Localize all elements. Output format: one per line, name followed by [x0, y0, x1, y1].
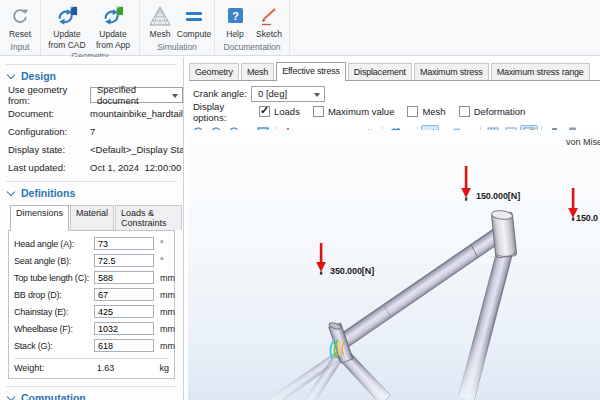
ribbon-group-label-simulation: Simulation [143, 41, 211, 55]
tab-displacement[interactable]: Displacement [348, 63, 412, 80]
document-value: mountainbike_hardtail.SLDPRT [90, 108, 184, 119]
compute-button[interactable]: Compute [177, 3, 211, 40]
section-divider [6, 386, 177, 387]
head-angle-label: Head angle (A): [14, 239, 94, 249]
last-updated-value: Oct 1, 2024 12:00:00 AM [90, 162, 184, 173]
bb-drop-label: BB drop (D): [14, 290, 94, 300]
chevron-down-icon [7, 392, 15, 400]
load-arrow-1 [461, 166, 471, 201]
head-angle-field[interactable] [94, 237, 154, 250]
mesh-checkbox[interactable] [407, 106, 418, 117]
update-from-cad-icon [55, 4, 79, 28]
update-from-cad-label: Update from CAD [44, 29, 90, 50]
display-state-label: Display state: [8, 144, 90, 155]
ribbon-group-documentation: ? Help Sketch Documentation [215, 0, 290, 55]
document-label: Document: [8, 108, 90, 119]
graphics-canvas[interactable]: von Mise 150.000[N] 150.0 350.000[N] [188, 130, 600, 400]
loads-checkbox[interactable] [259, 106, 270, 117]
maximum-value-checkbox-label: Maximum value [328, 106, 395, 117]
maximum-value-checkbox[interactable] [313, 106, 324, 117]
tab-maximum-stress-range[interactable]: Maximum stress range [491, 63, 590, 80]
loads-checkbox-label: Loads [274, 106, 300, 117]
mesh-checkbox-label: Mesh [422, 106, 445, 117]
top-tube-length-label: Top tube length (C): [14, 273, 94, 283]
display-state-value: <Default>_Display State [90, 144, 184, 155]
configuration-label: Configuration: [8, 126, 90, 137]
svg-text:?: ? [232, 10, 239, 22]
help-label: Help [226, 29, 243, 40]
mesh-button[interactable]: Mesh [143, 3, 177, 40]
results-viewer: Geometry Mesh Effective stress Displacem… [185, 57, 600, 400]
mesh-icon [148, 4, 172, 28]
seat-angle-unit: ° [160, 256, 164, 266]
weight-unit: kg [159, 363, 169, 373]
reset-icon [9, 4, 31, 28]
deformation-checkbox-label: Deformation [474, 106, 526, 117]
bike-frame-render [188, 130, 600, 400]
deformation-checkbox[interactable] [459, 106, 470, 117]
ribbon-group-label-documentation: Documentation [218, 41, 286, 55]
chevron-down-icon [7, 187, 15, 195]
tab-maximum-stress[interactable]: Maximum stress [414, 63, 489, 80]
weight-label: Weight: [14, 363, 94, 373]
wheelbase-unit: mm [160, 324, 175, 334]
use-geometry-from-label: Use geometry from: [8, 84, 90, 106]
sketch-label: Sketch [256, 29, 282, 40]
settings-sidebar: Design Use geometry from: Specified docu… [0, 57, 184, 400]
bb-drop-unit: mm [160, 290, 175, 300]
chevron-down-icon [7, 70, 15, 78]
plot-title-text: von Mise [566, 137, 600, 147]
tab-dimensions[interactable]: Dimensions [10, 205, 69, 231]
crank-angle-select[interactable]: 0 [deg] [251, 86, 325, 102]
compute-label: Compute [177, 29, 212, 40]
wheelbase-label: Wheelbase (F): [14, 324, 94, 334]
weight-value: 1.63 [94, 363, 154, 373]
update-from-app-icon [101, 4, 125, 28]
wheelbase-field[interactable] [94, 322, 154, 335]
load-arrow-3 [316, 243, 326, 275]
configuration-value: 7 [90, 126, 95, 137]
head-tube [491, 210, 517, 258]
update-from-cad-button[interactable]: Update from CAD [44, 3, 90, 50]
ribbon-toolbar: Reset Input Update from CAD [0, 0, 600, 56]
compute-icon [182, 4, 206, 28]
section-divider [6, 64, 177, 65]
update-from-app-button[interactable]: Update from App [90, 3, 136, 50]
definitions-section-header[interactable]: Definitions [8, 187, 183, 199]
top-tube-length-unit: mm [160, 273, 175, 283]
update-from-app-label: Update from App [90, 29, 136, 50]
tab-geometry[interactable]: Geometry [189, 63, 239, 80]
bb-drop-field[interactable] [94, 288, 154, 301]
top-tube-length-field[interactable] [94, 271, 154, 284]
help-button[interactable]: ? Help [218, 3, 252, 40]
sketch-button[interactable]: Sketch [252, 3, 286, 40]
results-tabbar: Geometry Mesh Effective stress Displacem… [189, 62, 600, 81]
computation-section-header[interactable]: Computation [8, 392, 183, 400]
design-section-header[interactable]: Design [8, 70, 183, 82]
tab-effective-stress[interactable]: Effective stress [276, 62, 346, 81]
chainstay-unit: mm [160, 307, 175, 317]
ribbon-group-input: Reset Input [0, 0, 41, 55]
stack-field[interactable] [94, 339, 154, 352]
use-geometry-from-select[interactable]: Specified document [90, 87, 183, 103]
definitions-tabbar: Dimensions Material Loads & Constraints [10, 205, 183, 230]
head-angle-unit: ° [160, 239, 164, 249]
chainstay-label: Chainstay (E): [14, 307, 94, 317]
sketch-icon [258, 4, 280, 28]
tab-material[interactable]: Material [70, 205, 114, 230]
display-options-label: Display options: [193, 101, 259, 123]
chainstay-field[interactable] [94, 305, 154, 318]
dimensions-panel: Head angle (A):° Seat angle (B):° Top tu… [8, 230, 175, 379]
help-icon: ? [225, 4, 245, 28]
crank-angle-label: Crank angle: [193, 88, 251, 99]
ribbon-group-simulation: Mesh Compute Simulation [140, 0, 215, 55]
tab-loads-constraints[interactable]: Loads & Constraints [115, 205, 182, 230]
tab-mesh[interactable]: Mesh [241, 63, 274, 80]
reset-label: Reset [9, 29, 31, 40]
reset-button[interactable]: Reset [3, 3, 37, 40]
load-label-150-clipped: 150.0 [576, 213, 598, 223]
seat-angle-field[interactable] [94, 254, 154, 267]
section-divider [6, 181, 177, 182]
stack-label: Stack (G): [14, 341, 94, 351]
mesh-label: Mesh [150, 29, 171, 40]
